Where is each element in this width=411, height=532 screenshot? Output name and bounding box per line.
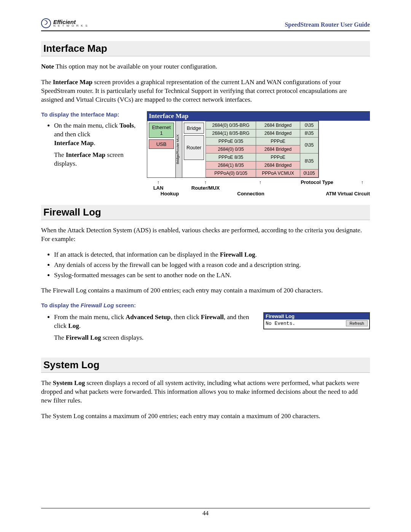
ifmap-label-row: ↑LAN ↑Router/MUX ↑ Protocol Type ↑ Hooku…: [147, 178, 370, 197]
system-log-p2: The System Log contains a maximum of 200…: [41, 412, 370, 421]
ethernet-box: Ethernet1: [149, 123, 174, 138]
page-header: Efficient N E T W O R K S SpeedStream Ro…: [41, 18, 370, 31]
howto-step: On the main menu, click Tools, and then …: [54, 121, 140, 168]
list-item: If an attack is detected, that informati…: [54, 251, 370, 259]
note-text: This option may not be available on your…: [54, 63, 217, 70]
list-item: Syslog-formatted messages can be sent to…: [54, 271, 370, 280]
firewall-log-figure: Firewall Log No Events. Refresh: [263, 312, 370, 329]
ifmap-rows: 2684(0) 0/35-BRG2684 Bridged0\35 2684(1)…: [206, 121, 319, 177]
mux-column: Bridge/Router MUX: [175, 121, 182, 177]
heading-firewall-log: Firewall Log: [41, 205, 370, 220]
howto-firewall-step: From the main menu, click Advanced Setup…: [54, 313, 256, 342]
logo: Efficient N E T W O R K S: [41, 18, 88, 28]
heading-system-log: System Log: [41, 358, 370, 373]
interface-map-figure: Ethernet1 USB Bridge/Router MUX Bridge R…: [147, 121, 319, 178]
firewall-bullets: If an attack is detected, that informati…: [41, 251, 370, 280]
document-title: SpeedStream Router User Guide: [285, 21, 370, 28]
logo-main-text: Efficient: [53, 19, 88, 25]
usb-box: USB: [149, 139, 174, 149]
ifmap-title-bar: Interface Map: [147, 111, 370, 121]
page-footer: 44: [41, 508, 370, 517]
logo-sub-text: N E T W O R K S: [53, 24, 88, 27]
logo-swirl-icon: [41, 18, 51, 28]
heading-interface-map: Interface Map: [41, 41, 370, 56]
refresh-button[interactable]: Refresh: [346, 320, 368, 326]
note-label: Note: [41, 63, 54, 70]
bridge-box: Bridge: [184, 123, 204, 134]
howto-firewall-head: To display the Firewall Log screen:: [41, 302, 370, 308]
firewall-log-body-text: No Events.: [266, 321, 295, 326]
firewall-limits: The Firewall Log contains a maximum of 2…: [41, 286, 370, 295]
note-line: Note This option may not be available on…: [41, 62, 370, 71]
firewall-log-title-bar: Firewall Log: [264, 313, 369, 320]
system-log-p1: The System Log screen displays a record …: [41, 379, 370, 405]
intro-paragraph: The Interface Map screen provides a grap…: [41, 78, 370, 104]
page-number: 44: [202, 510, 209, 516]
router-box: Router: [184, 135, 204, 160]
howto-interface-map-head: To display the Interface Map:: [41, 111, 140, 118]
list-item: Any denials of access by the firewall ca…: [54, 261, 370, 270]
firewall-intro: When the Attack Detection System (ADS) i…: [41, 226, 370, 244]
